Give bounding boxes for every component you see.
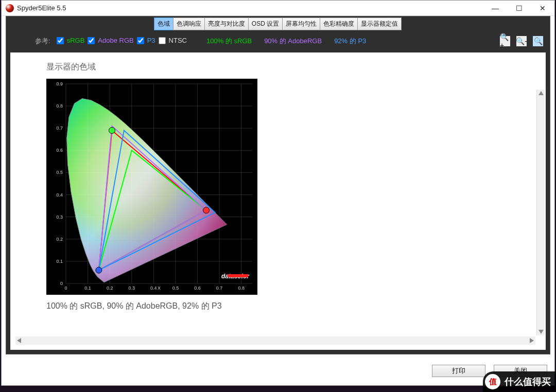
svg-text:0.1: 0.1 [84,286,91,291]
scrollbar-horizontal[interactable] [15,336,535,345]
watermark-badge: 值 [485,374,500,389]
coverage-readout: 92% 的 P3 [334,37,366,45]
svg-text:0.8: 0.8 [56,103,63,109]
svg-point-47 [96,267,102,273]
reference-label: 参考: [35,37,50,46]
tab-bar: 色域色调响应亮度与对比度OSD 设置屏幕均匀性色彩精确度显示器额定值 [6,16,550,30]
watermark: 值 什么值得买 [483,371,556,392]
coverage-readout: 100% 的 sRGB [206,37,252,45]
app-icon [6,4,14,12]
ref-checkbox-p3[interactable]: P3 [137,37,155,44]
svg-text:0.3: 0.3 [129,286,135,291]
ref-checkbox-ntsc[interactable]: NTSC [159,37,187,44]
svg-text:0.3: 0.3 [56,215,63,220]
svg-text:0.2: 0.2 [56,237,63,242]
section-title: 显示器的色域 [46,62,510,73]
close-window-button[interactable]: ✕ [531,1,554,16]
maximize-button[interactable]: ☐ [507,1,531,16]
svg-point-46 [109,128,115,134]
coverage-readout: 90% 的 AdobeRGB [264,37,322,45]
print-button[interactable]: 打印 [432,365,485,377]
svg-text:0: 0 [64,286,67,291]
svg-rect-49 [228,274,248,277]
main-panel: 色域色调响应亮度与对比度OSD 设置屏幕均匀性色彩精确度显示器额定值 参考: s… [6,16,550,354]
ref-checkbox-srgb[interactable]: sRGB [57,37,85,44]
tab-3[interactable]: OSD 设置 [248,17,283,30]
zoom-out-button[interactable]: 🔍- [516,35,527,47]
svg-text:0.1: 0.1 [56,259,63,264]
tab-6[interactable]: 显示器额定值 [357,17,402,30]
minimize-button[interactable]: — [483,1,507,16]
svg-text:X: X [158,286,161,291]
tab-0[interactable]: 色域 [154,17,173,30]
tab-4[interactable]: 屏幕均匀性 [282,17,320,30]
zoom-in-button[interactable]: 🔍+ [499,35,511,47]
gamut-chart: 00.10.20.30.40.50.60.70.800.10.20.30.40.… [46,79,257,295]
reference-row: 参考: sRGBAdobe RGBP3NTSC 100% 的 sRGB90% 的… [6,30,550,50]
watermark-text: 什么值得买 [505,376,551,388]
tab-5[interactable]: 色彩精确度 [320,17,358,30]
footer: 打印 关闭 [6,362,550,380]
tab-1[interactable]: 色调响应 [173,17,205,30]
svg-text:0.6: 0.6 [56,148,63,153]
zoom-fit-button[interactable]: 🔍 [532,35,544,47]
svg-text:0.6: 0.6 [194,286,201,291]
svg-text:0.8: 0.8 [238,286,245,291]
ref-checkbox-adobergb[interactable]: Adobe RGB [88,37,133,44]
svg-text:0.2: 0.2 [107,286,113,291]
app-window: Spyder5Elite 5.5 — ☐ ✕ 色域色调响应亮度与对比度OSD 设… [1,0,555,386]
svg-text:0: 0 [60,281,63,286]
chart-caption: 100% 的 sRGB, 90% 的 AdobeRGB, 92% 的 P3 [46,301,510,312]
svg-text:0.7: 0.7 [56,126,63,131]
svg-text:0.4: 0.4 [56,192,63,198]
scrollbar-vertical[interactable] [536,90,545,335]
window-title: Spyder5Elite 5.5 [17,4,483,12]
content-area: 显示器的色域 00.10.20.30.40.50.60.70.800.10.20… [10,52,546,350]
svg-text:0.7: 0.7 [216,286,223,291]
tab-2[interactable]: 亮度与对比度 [204,17,249,30]
svg-text:0.5: 0.5 [172,286,179,291]
svg-text:0.4: 0.4 [150,286,157,291]
svg-marker-40 [67,99,227,282]
svg-point-45 [203,207,210,213]
svg-text:0.5: 0.5 [56,170,63,175]
svg-text:0.9: 0.9 [56,81,63,86]
titlebar: Spyder5Elite 5.5 — ☐ ✕ [2,1,554,16]
